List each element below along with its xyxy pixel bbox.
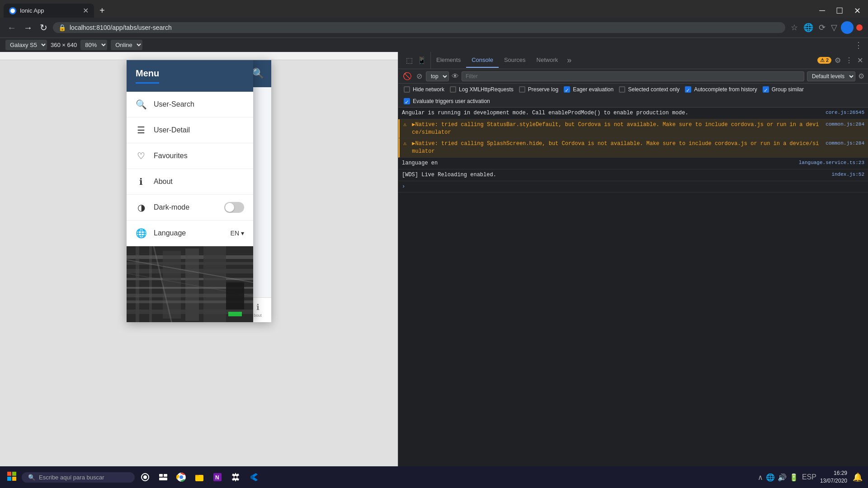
- address-bar-wrap[interactable]: 🔒: [53, 22, 785, 33]
- address-toolbar: ← → ↻ 🔒 ☆ 🌐 ⟳ ▽: [0, 18, 868, 38]
- warning-badge: ⚠ 2: [817, 57, 831, 64]
- devtools-close-icon[interactable]: ✕: [856, 55, 864, 66]
- taskbar-vscode-icon[interactable]: [245, 469, 262, 485]
- autocomplete-option[interactable]: ✓ Autocomplete from history: [685, 86, 757, 93]
- taskbar-explorer-icon[interactable]: [191, 469, 208, 485]
- devtools-device-icon[interactable]: 📱: [416, 55, 428, 66]
- selected-context-checkbox[interactable]: [619, 86, 625, 93]
- active-tab[interactable]: Ionic App ✕: [4, 4, 94, 18]
- search-icon-taskbar: 🔍: [28, 474, 35, 481]
- clear-console-button[interactable]: 🚫: [402, 71, 413, 81]
- console-msg-angular-text: Angular is running in development mode. …: [402, 109, 822, 117]
- preserve-log-checkbox[interactable]: [519, 86, 525, 93]
- menu-item-favourites-label: Favourites: [154, 152, 244, 160]
- language-code: EN: [231, 230, 239, 237]
- console-msg-statusbar-source[interactable]: common.js:284: [826, 121, 864, 128]
- stop-button[interactable]: ⊘: [415, 71, 423, 81]
- svg-rect-7: [163, 251, 181, 319]
- taskbar-onenote-icon[interactable]: N: [209, 469, 226, 485]
- tab-network[interactable]: Network: [531, 53, 564, 68]
- console-msg-language-source[interactable]: language.service.ts:23: [799, 160, 864, 166]
- log-xhr-checkbox[interactable]: [450, 86, 456, 93]
- taskbar-chrome-icon[interactable]: [173, 469, 190, 485]
- console-msg-wds-source[interactable]: index.js:52: [831, 171, 864, 178]
- console-settings-button[interactable]: ⚙: [858, 72, 864, 80]
- eager-eval-option[interactable]: ✓ Eager evaluation: [564, 86, 613, 93]
- hide-network-checkbox[interactable]: [404, 86, 410, 93]
- preserve-log-option[interactable]: Preserve log: [519, 86, 558, 93]
- taskbar-right: ∧ 🌐 🔊 🔋 ESP 16:29 13/07/2020 🔔: [758, 469, 864, 485]
- menu-item-dark-mode[interactable]: ◑ Dark-mode: [127, 195, 253, 221]
- devtools-inspect-icon[interactable]: ⬚: [405, 55, 414, 66]
- group-similar-option[interactable]: ✓ Group similar: [763, 86, 804, 93]
- tab-elements[interactable]: Elements: [431, 53, 466, 68]
- menu-item-user-search[interactable]: 🔍 User-Search: [127, 92, 253, 117]
- close-button[interactable]: ✕: [850, 4, 864, 18]
- selected-context-option[interactable]: Selected context only: [619, 86, 679, 93]
- minimize-button[interactable]: ─: [816, 4, 829, 17]
- extension1-button[interactable]: 🌐: [802, 21, 815, 34]
- tray-expand-icon[interactable]: ∧: [758, 473, 763, 482]
- tab-console[interactable]: Console: [466, 53, 499, 68]
- menu-item-user-detail[interactable]: ☰ User-Detail: [127, 117, 253, 143]
- taskbar-search[interactable]: 🔍 Escribe aquí para buscar: [22, 472, 135, 483]
- more-tabs-button[interactable]: »: [563, 52, 575, 69]
- extension3-button[interactable]: ▽: [829, 21, 839, 34]
- tray-battery-icon[interactable]: 🔋: [789, 473, 798, 482]
- eye-icon-button[interactable]: 👁: [452, 72, 459, 80]
- taskbar: 🔍 Escribe aquí para buscar: [0, 466, 868, 488]
- notification-center-button[interactable]: 🔔: [851, 470, 864, 484]
- taskbar-pinned-icons: N: [137, 469, 262, 485]
- language-value[interactable]: EN ▾: [231, 230, 244, 237]
- maximize-button[interactable]: ☐: [832, 4, 847, 18]
- toggle-thumb: [225, 203, 234, 212]
- reload-button[interactable]: ↻: [38, 20, 49, 35]
- log-xhr-option[interactable]: Log XMLHttpRequests: [450, 86, 514, 93]
- console-msg-angular-source[interactable]: core.js:26545: [826, 109, 864, 116]
- menu-item-about[interactable]: ℹ About: [127, 169, 253, 195]
- autocomplete-checkbox[interactable]: ✓: [685, 86, 691, 93]
- tab-sources[interactable]: Sources: [499, 53, 531, 68]
- taskbar-settings-icon[interactable]: [227, 469, 244, 485]
- console-msg-language-text: language en: [402, 160, 795, 167]
- clock[interactable]: 16:29 13/07/2020: [820, 469, 847, 485]
- devtools-more-icon[interactable]: ⋮: [844, 55, 854, 66]
- evaluate-triggers-checkbox[interactable]: ✓: [404, 98, 410, 104]
- console-toolbar: 🚫 ⊘ top 👁 Default levels ⚙: [398, 69, 868, 84]
- level-select[interactable]: Default levels: [807, 71, 855, 81]
- extension2-button[interactable]: ⟳: [817, 21, 827, 34]
- console-msg-splashscreen-source[interactable]: common.js:284: [826, 140, 864, 147]
- device-model-select[interactable]: Galaxy S5: [5, 40, 47, 50]
- devtools-panel: ⬚ 📱 Elements Console Sources Network » ⚠…: [398, 52, 868, 481]
- forward-button[interactable]: →: [22, 21, 34, 35]
- taskbar-cortana-icon[interactable]: [137, 469, 154, 485]
- devtools-settings-icon[interactable]: ⚙: [833, 55, 842, 66]
- selected-context-label: Selected context only: [628, 86, 679, 93]
- more-options-button[interactable]: ⋮: [854, 40, 863, 50]
- new-tab-button[interactable]: +: [96, 4, 108, 18]
- menu-item-language[interactable]: 🌐 Language EN ▾: [127, 221, 253, 246]
- bookmark-button[interactable]: ☆: [789, 21, 800, 34]
- group-similar-checkbox[interactable]: ✓: [763, 86, 769, 93]
- console-msg-wds-text: [WDS] Live Reloading enabled.: [402, 171, 828, 179]
- back-button[interactable]: ←: [5, 21, 18, 35]
- console-msg-splashscreen-text: ▶Native: tried calling SplashScreen.hide…: [412, 140, 822, 155]
- context-select[interactable]: top: [426, 71, 449, 81]
- filter-input[interactable]: [462, 71, 804, 81]
- hide-network-option[interactable]: Hide network: [404, 86, 444, 93]
- connection-select[interactable]: Online: [111, 40, 142, 50]
- tab-close-button[interactable]: ✕: [83, 6, 89, 15]
- menu-item-favourites[interactable]: ♡ Favourites: [127, 143, 253, 169]
- dark-mode-toggle[interactable]: [224, 202, 244, 213]
- profile-avatar[interactable]: [841, 21, 854, 34]
- eager-eval-checkbox[interactable]: ✓: [564, 86, 570, 93]
- device-toolbar: Galaxy S5 360 × 640 80% Online ⋮: [0, 38, 868, 52]
- start-button[interactable]: [4, 468, 20, 487]
- tray-volume-icon[interactable]: 🔊: [778, 473, 787, 482]
- tray-network-icon[interactable]: 🌐: [766, 473, 775, 482]
- taskbar-task-view-icon[interactable]: [155, 469, 172, 485]
- address-bar[interactable]: [70, 24, 780, 31]
- menu-item-user-search-label: User-Search: [154, 100, 244, 108]
- zoom-select[interactable]: 80%: [80, 40, 107, 50]
- evaluate-triggers-option[interactable]: ✓ Evaluate triggers user activation: [404, 98, 490, 104]
